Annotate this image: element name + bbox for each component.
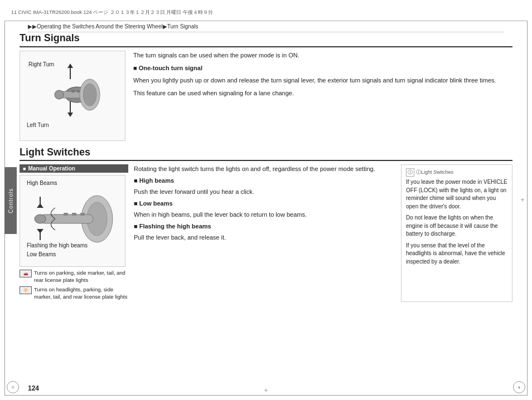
turn-signals-diagram: Right Turn Left Turn (20, 51, 125, 141)
note-text-2: Do not leave the lights on when the engi… (406, 214, 507, 238)
svg-rect-16 (64, 213, 68, 216)
note-text-3: If you sense that the level of the headl… (406, 242, 507, 266)
high-beams-heading: ■ High beams (134, 176, 395, 186)
low-beams-heading: ■ Low beams (134, 199, 395, 208)
svg-rect-14 (40, 214, 93, 223)
ls-icon-1: 🚗 (20, 270, 32, 277)
svg-rect-18 (80, 213, 85, 216)
ls-legend: 🚗 Turns on parking, side marker, tail, a… (20, 269, 128, 300)
print-header: 11 CIVIC IMA-31TR26200.book 124 ページ ２０１３… (4, 4, 528, 21)
turn-signal-lever-svg (37, 62, 109, 129)
svg-marker-22 (37, 229, 43, 233)
flashing-text: Pull the lever back, and release it. (134, 233, 395, 242)
ls-note-title: ⓘ ⓘLight Switches (406, 168, 507, 177)
svg-point-11 (83, 84, 96, 106)
turn-signals-area: Right Turn Left Turn (20, 51, 512, 141)
ls-legend-text-2: Turns on headlights, parking, side marke… (34, 286, 128, 301)
light-switches-title: Light Switches (20, 147, 512, 161)
ls-intro: Rotating the light switch turns the ligh… (134, 164, 395, 174)
ls-legend-item-1: 🚗 Turns on parking, side marker, tail, a… (20, 269, 128, 284)
main-content: Turn Signals Right Turn Left Turn (20, 32, 512, 381)
one-touch-text: When you lightly push up or down and rel… (133, 76, 512, 85)
manual-operation-bar: Manual Operation (20, 164, 128, 173)
ls-icon-2: 🔆 (20, 286, 32, 294)
ls-diagram-box: High Beams Flashing the high beams Low B… (20, 175, 125, 267)
ls-left-panel: Manual Operation High Beams Flashing the… (20, 164, 128, 302)
svg-rect-17 (72, 213, 76, 216)
feature-text: This feature can be used when signaling … (133, 89, 512, 98)
page-number: 124 (28, 384, 39, 392)
one-touch-heading: ■ One-touch turn signal (133, 64, 512, 73)
breadcrumb-text: ▶▶Operating the Switches Around the Stee… (28, 23, 198, 30)
svg-marker-20 (37, 203, 43, 208)
svg-point-6 (55, 90, 64, 99)
light-switch-lever-svg (25, 186, 119, 252)
ls-middle-panel: Rotating the light switch turns the ligh… (134, 164, 395, 302)
ls-legend-text-1: Turns on parking, side marker, tail, and… (34, 269, 128, 284)
note-icon: ⓘ (406, 168, 414, 177)
flashing-heading: ■ Flashing the high beams (134, 222, 395, 231)
svg-point-15 (35, 214, 46, 223)
breadcrumb: ▶▶Operating the Switches Around the Stee… (28, 23, 504, 32)
turn-signals-title: Turn Signals (20, 32, 512, 47)
light-switches-section: Light Switches Manual Operation High Bea… (20, 147, 512, 302)
turn-signals-text: The turn signals can be used when the po… (133, 51, 512, 141)
ls-note-box: ⓘ ⓘLight Switches If you leave the power… (401, 164, 512, 302)
svg-marker-0 (67, 64, 73, 68)
svg-rect-7 (71, 90, 75, 92)
note-text-1: If you leave the power mode in VEHICLE O… (406, 178, 507, 211)
ls-legend-item-2: 🔆 Turns on headlights, parking, side mar… (20, 286, 128, 301)
light-switches-content: Manual Operation High Beams Flashing the… (20, 164, 512, 302)
turn-signals-intro: The turn signals can be used when the po… (133, 51, 512, 60)
sidebar-controls-label: Controls (4, 167, 17, 234)
high-beams-text: Push the lever forward until you hear a … (134, 187, 395, 197)
svg-marker-2 (67, 113, 73, 117)
manual-op-label: Manual Operation (28, 165, 75, 172)
low-beams-text: When in high beams, pull the lever back … (134, 210, 395, 219)
print-header-text: 11 CIVIC IMA-31TR26200.book 124 ページ ２０１３… (11, 9, 213, 16)
